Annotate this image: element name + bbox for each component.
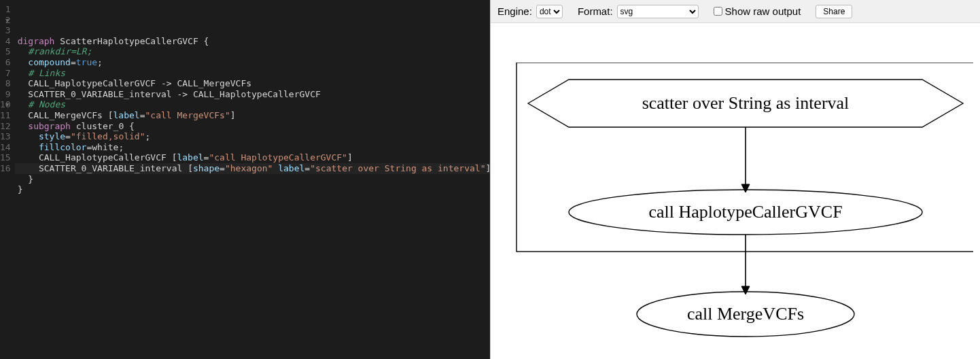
line-number: 10 bbox=[0, 99, 11, 110]
line-number: 7 bbox=[0, 68, 11, 79]
code-line[interactable]: #rankdir=LR; bbox=[18, 46, 491, 57]
line-number: 1 ▾ bbox=[0, 4, 11, 15]
format-select[interactable]: svg bbox=[617, 5, 699, 18]
code-line[interactable]: CALL_MergeVCFs [label="call MergeVCFs"] bbox=[18, 110, 491, 121]
code-line[interactable] bbox=[18, 195, 491, 206]
graph-canvas: scatter over String as interval call Hap… bbox=[491, 23, 980, 359]
viewer-toolbar: Engine: dot Format: svg Show raw output … bbox=[491, 0, 980, 23]
code-line[interactable]: } bbox=[18, 174, 491, 185]
graph-svg: scatter over String as interval call Hap… bbox=[497, 63, 973, 355]
code-line[interactable]: style="filled,solid"; bbox=[18, 131, 491, 142]
show-raw-checkbox[interactable] bbox=[714, 7, 722, 16]
line-number: 2 bbox=[0, 15, 11, 26]
line-number-gutter: 1 ▾2 3 4 5 6 7 8 9 ▾10 11 12 13 14 15 16 bbox=[0, 0, 15, 359]
code-line[interactable]: digraph ScatterHaplotypeCallerGVCF { bbox=[18, 36, 491, 47]
format-label: Format: bbox=[578, 5, 613, 17]
line-number: 11 bbox=[0, 110, 11, 121]
code-line[interactable]: } bbox=[18, 184, 491, 195]
node-scatter-label: scatter over String as interval bbox=[642, 93, 850, 113]
node-mergevcfs-label: call MergeVCFs bbox=[687, 304, 804, 324]
engine-label: Engine: bbox=[497, 5, 532, 17]
line-number: 3 bbox=[0, 25, 11, 36]
code-editor[interactable]: 1 ▾2 3 4 5 6 7 8 9 ▾10 11 12 13 14 15 16… bbox=[0, 0, 490, 359]
line-number: 16 bbox=[0, 163, 11, 174]
line-number: 14 bbox=[0, 142, 11, 153]
line-number: 9 ▾ bbox=[0, 89, 11, 100]
code-line[interactable]: # Links bbox=[18, 68, 491, 79]
engine-select[interactable]: dot bbox=[536, 5, 563, 18]
line-number: 13 bbox=[0, 131, 11, 142]
show-raw-label: Show raw output bbox=[725, 5, 801, 17]
line-number: 12 bbox=[0, 121, 11, 132]
node-haplotype-label: call HaplotypeCallerGVCF bbox=[648, 202, 842, 222]
line-number: 6 bbox=[0, 57, 11, 68]
line-number: 4 bbox=[0, 36, 11, 47]
cursor-line-highlight bbox=[15, 163, 491, 174]
code-line[interactable]: CALL_HaplotypeCallerGVCF -> CALL_MergeVC… bbox=[18, 78, 491, 89]
graph-viewer-pane: Engine: dot Format: svg Show raw output … bbox=[490, 0, 980, 359]
code-line[interactable]: fillcolor=white; bbox=[18, 142, 491, 153]
code-area[interactable]: digraph ScatterHaplotypeCallerGVCF { #ra… bbox=[15, 0, 491, 359]
code-line[interactable]: SCATTER_0_VARIABLE_interval -> CALL_Hapl… bbox=[18, 89, 491, 100]
code-line[interactable]: subgraph cluster_0 { bbox=[18, 121, 491, 132]
show-raw-output-toggle[interactable]: Show raw output bbox=[714, 5, 801, 17]
line-number: 8 bbox=[0, 78, 11, 89]
code-line[interactable]: # Nodes bbox=[18, 99, 491, 110]
share-button[interactable]: Share bbox=[816, 5, 852, 18]
line-number: 5 bbox=[0, 46, 11, 57]
code-line[interactable]: CALL_HaplotypeCallerGVCF [label="call Ha… bbox=[18, 152, 491, 163]
code-line[interactable]: compound=true; bbox=[18, 57, 491, 68]
line-number: 15 bbox=[0, 152, 11, 163]
